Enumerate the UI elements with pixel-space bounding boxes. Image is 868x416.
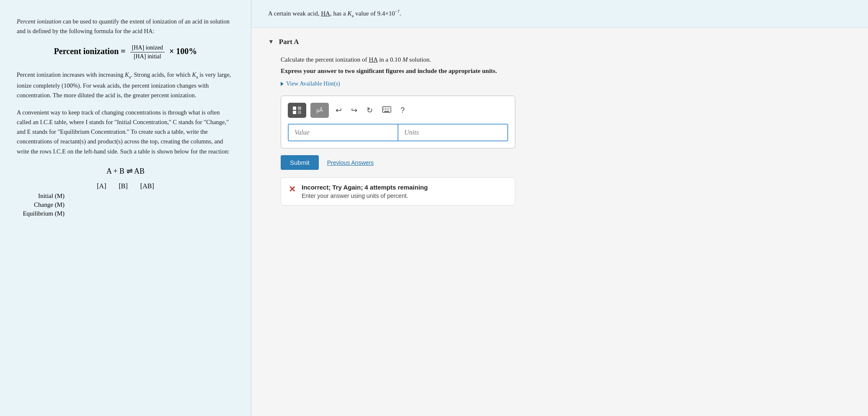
percent-ionization-formula: Percent ionization = [HA] ionized [HA] i…: [17, 44, 234, 60]
right-panel: A certain weak acid, HA, has a Ka value …: [251, 0, 868, 416]
part-title: ▼ Part A: [268, 38, 851, 46]
svg-rect-7: [387, 108, 388, 109]
reaction-block: A + B ⇌ AB [A] [B] [AB] Initial (M) Chan…: [17, 166, 234, 217]
part-label: Part A: [279, 38, 299, 46]
error-desc: Enter your answer using units of percent…: [302, 192, 428, 199]
intro-paragraph: Percent ionization can be used to quanti…: [17, 17, 234, 36]
error-box: ✕ Incorrect; Try Again; 4 attempts remai…: [281, 177, 515, 205]
para3: A convenient way to keep track of changi…: [17, 108, 234, 156]
error-title: Incorrect; Try Again; 4 attempts remaini…: [302, 184, 428, 191]
calculate-text: Calculate the percent ionization of HA i…: [281, 56, 851, 63]
svg-rect-6: [385, 108, 386, 109]
svg-rect-11: [387, 109, 388, 110]
keyboard-button[interactable]: [380, 104, 394, 117]
ice-headers: [A] [B] [AB]: [17, 182, 234, 190]
formula-numerator: [HA] ionized: [130, 44, 165, 52]
express-text: Express your answer to two significant f…: [281, 68, 851, 75]
left-panel: Percent ionization can be used to quanti…: [0, 0, 251, 416]
ice-row-equilibrium: Equilibrium (M): [17, 210, 234, 217]
svg-rect-0: [293, 107, 296, 110]
svg-rect-13: [384, 111, 389, 112]
formula-fraction: [HA] ionized [HA] initial: [130, 44, 165, 60]
redo-button[interactable]: ↪: [349, 104, 360, 117]
question-text: A certain weak acid, HA, has a Ka value …: [268, 10, 401, 17]
help-button[interactable]: ?: [398, 104, 407, 117]
ice-row-initial: Initial (M): [17, 192, 234, 200]
submit-button[interactable]: Submit: [281, 155, 319, 170]
svg-rect-12: [388, 109, 389, 110]
submit-row: Submit Previous Answers: [281, 155, 851, 170]
matrix-button[interactable]: [288, 103, 306, 118]
error-content: Incorrect; Try Again; 4 attempts remaini…: [302, 184, 428, 199]
undo-button[interactable]: ↩: [333, 104, 344, 117]
formula-denominator: [HA] initial: [132, 52, 163, 60]
error-icon: ✕: [289, 184, 296, 194]
reaction-equation: A + B ⇌ AB: [17, 166, 234, 176]
para2: Percent ionization increases with increa…: [17, 70, 234, 100]
mu-button[interactable]: μÂ: [310, 103, 329, 118]
help-label: ?: [400, 106, 405, 114]
part-section: ▼ Part A Calculate the percent ionizatio…: [251, 28, 868, 216]
intro-italic: Percent ionization: [17, 18, 61, 25]
ice-row-change: Change (M): [17, 201, 234, 208]
ice-table: [A] [B] [AB] Initial (M) Change (M) Equi…: [17, 182, 234, 217]
svg-rect-1: [293, 111, 296, 114]
value-input[interactable]: [288, 124, 398, 141]
question-header: A certain weak acid, HA, has a Ka value …: [251, 0, 868, 28]
part-content: Calculate the percent ionization of HA i…: [268, 56, 851, 205]
svg-rect-9: [383, 109, 384, 110]
refresh-button[interactable]: ↻: [364, 104, 375, 117]
units-input[interactable]: [398, 124, 508, 141]
hint-label: View Available Hint(s): [286, 81, 340, 87]
svg-rect-3: [298, 111, 301, 114]
svg-rect-5: [383, 108, 384, 109]
part-chevron[interactable]: ▼: [268, 39, 274, 45]
hint-link[interactable]: View Available Hint(s): [281, 81, 851, 87]
hint-triangle-icon: [281, 82, 284, 86]
toolbar: μÂ ↩ ↪ ↻: [288, 103, 508, 118]
svg-rect-8: [388, 108, 389, 109]
svg-rect-2: [298, 107, 301, 110]
input-row: [288, 124, 508, 141]
mu-label: μÂ: [317, 107, 323, 113]
answer-box: μÂ ↩ ↪ ↻: [281, 96, 515, 148]
svg-rect-10: [385, 109, 386, 110]
previous-answers-link[interactable]: Previous Answers: [327, 159, 374, 166]
